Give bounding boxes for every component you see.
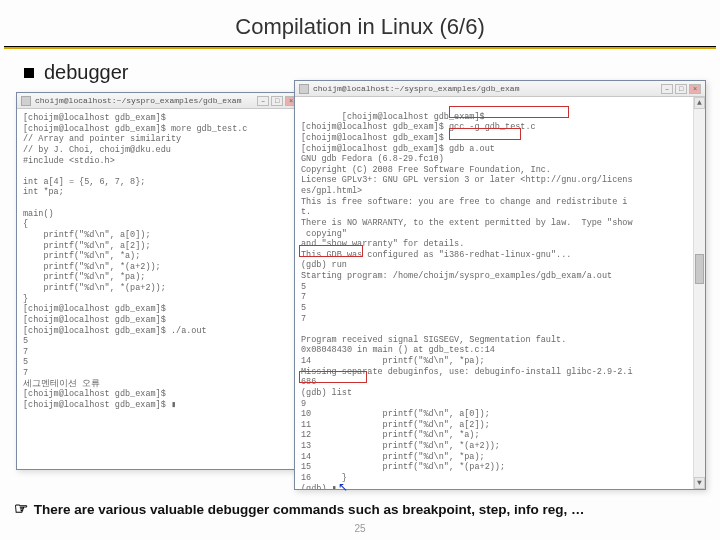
cursor-icon: ↖: [338, 480, 348, 494]
titlebar-right[interactable]: choijm@localhost:~/syspro_examples/gdb_e…: [295, 81, 705, 97]
footer-note: ☞ There are various valuable debugger co…: [14, 499, 714, 518]
maximize-button[interactable]: □: [271, 96, 283, 106]
slide-title: Compilation in Linux (6/6): [0, 14, 720, 40]
scroll-up-icon[interactable]: ▲: [694, 97, 705, 109]
scroll-down-icon[interactable]: ▼: [694, 477, 705, 489]
bullet-text: debugger: [44, 61, 129, 84]
bullet-square-icon: [24, 68, 34, 78]
app-icon: [21, 96, 31, 106]
page-number: 25: [354, 523, 365, 534]
terminal-body-left[interactable]: [choijm@localhost gdb_exam]$ [choijm@loc…: [17, 109, 301, 415]
window-controls-right: – □ ×: [661, 84, 701, 94]
window-title-left: choijm@localhost:~/syspro_examples/gdb_e…: [35, 96, 253, 106]
close-button[interactable]: ×: [689, 84, 701, 94]
titlebar-left[interactable]: choijm@localhost:~/syspro_examples/gdb_e…: [17, 93, 301, 109]
app-icon: [299, 84, 309, 94]
slide: Compilation in Linux (6/6) debugger choi…: [0, 0, 720, 540]
terminal-body-right[interactable]: [choijm@localhost gdb_exam]$ [choijm@loc…: [295, 97, 705, 489]
minimize-button[interactable]: –: [257, 96, 269, 106]
terminal-window-left: choijm@localhost:~/syspro_examples/gdb_e…: [16, 92, 302, 470]
title-underline: [4, 46, 716, 49]
terminal-text-right: [choijm@localhost gdb_exam]$ [choijm@loc…: [301, 112, 633, 489]
window-controls-left: – □ ×: [257, 96, 297, 106]
scrollbar[interactable]: ▲ ▼: [693, 97, 705, 489]
window-title-right: choijm@localhost:~/syspro_examples/gdb_e…: [313, 84, 657, 94]
maximize-button[interactable]: □: [675, 84, 687, 94]
footer-text: There are various valuable debugger comm…: [34, 502, 585, 517]
pointer-icon: ☞: [14, 500, 28, 517]
minimize-button[interactable]: –: [661, 84, 673, 94]
terminal-window-right: choijm@localhost:~/syspro_examples/gdb_e…: [294, 80, 706, 490]
scroll-thumb[interactable]: [695, 254, 704, 284]
terminal-area: choijm@localhost:~/syspro_examples/gdb_e…: [0, 92, 720, 472]
